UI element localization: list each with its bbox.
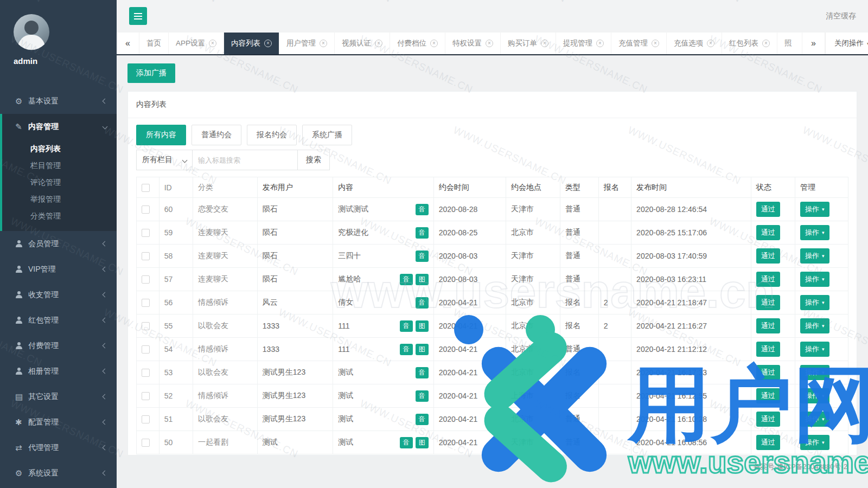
audio-badge[interactable]: 音 <box>416 390 429 402</box>
row-action-dropdown[interactable]: 操作▾ <box>800 365 829 380</box>
tab-close-icon[interactable]: × <box>264 40 272 47</box>
category-select[interactable]: 所有栏目 <box>136 150 193 170</box>
tab-11[interactable]: 红包列表× <box>722 33 777 54</box>
tab-5[interactable]: 付费档位× <box>390 33 445 54</box>
row-checkbox[interactable] <box>142 206 150 214</box>
tab-close-icon[interactable]: × <box>541 40 548 47</box>
row-checkbox[interactable] <box>142 275 150 284</box>
row-checkbox[interactable] <box>142 392 150 400</box>
menu-toggle-button[interactable] <box>129 7 147 25</box>
filter-button-3[interactable]: 系统广播 <box>302 125 352 145</box>
avatar[interactable] <box>14 14 49 50</box>
search-input[interactable] <box>193 150 298 170</box>
tab-6[interactable]: 特权设置× <box>445 33 501 54</box>
status-pass-button[interactable]: 通过 <box>756 295 780 310</box>
row-checkbox[interactable] <box>142 229 150 237</box>
image-badge[interactable]: 图 <box>416 344 429 355</box>
sidebar-subitem-2[interactable]: 评论管理 <box>2 174 117 191</box>
row-action-dropdown[interactable]: 操作▾ <box>800 295 829 310</box>
sidebar-subitem-4[interactable]: 分类管理 <box>2 208 117 224</box>
status-pass-button[interactable]: 通过 <box>756 248 780 264</box>
tab-2[interactable]: 内容列表× <box>224 33 279 54</box>
audio-badge[interactable]: 音 <box>416 227 429 239</box>
audio-badge[interactable]: 音 <box>416 414 429 425</box>
sidebar-subitem-0[interactable]: 内容列表 <box>2 140 117 157</box>
tab-9[interactable]: 充值管理× <box>611 33 667 54</box>
add-broadcast-button[interactable]: 添加广播 <box>127 63 175 83</box>
tab-close-icon[interactable]: × <box>209 40 216 47</box>
tab-close-icon[interactable]: × <box>486 40 493 47</box>
row-action-dropdown[interactable]: 操作▾ <box>800 412 829 427</box>
tab-close-icon[interactable]: × <box>652 40 659 47</box>
sidebar-item-1[interactable]: ✎内容管理 <box>2 114 117 139</box>
sidebar-item-3[interactable]: VIP管理 <box>0 256 117 282</box>
audio-badge[interactable]: 音 <box>416 204 429 215</box>
status-pass-button[interactable]: 通过 <box>756 365 780 380</box>
image-badge[interactable]: 图 <box>416 437 429 448</box>
filter-button-2[interactable]: 报名约会 <box>247 125 297 145</box>
row-action-dropdown[interactable]: 操作▾ <box>800 318 829 333</box>
sidebar-subitem-3[interactable]: 举报管理 <box>2 191 117 208</box>
row-action-dropdown[interactable]: 操作▾ <box>800 225 829 240</box>
tabs-scroll-left-button[interactable]: « <box>117 33 139 54</box>
sidebar-item-0[interactable]: ⚙基本设置 <box>0 88 117 114</box>
tab-8[interactable]: 提现管理× <box>556 33 611 54</box>
row-checkbox[interactable] <box>142 252 150 260</box>
close-operations-dropdown[interactable]: 关闭操作▾ <box>825 33 868 54</box>
row-action-dropdown[interactable]: 操作▾ <box>800 248 829 264</box>
tab-close-icon[interactable]: × <box>596 40 604 47</box>
row-checkbox[interactable] <box>142 322 150 330</box>
status-pass-button[interactable]: 通过 <box>756 318 780 333</box>
tab-close-icon[interactable]: × <box>430 40 438 47</box>
audio-badge[interactable]: 音 <box>416 297 429 309</box>
row-checkbox[interactable] <box>142 299 150 307</box>
search-button[interactable]: 搜索 <box>298 150 330 170</box>
row-checkbox[interactable] <box>142 345 150 354</box>
tab-4[interactable]: 视频认证× <box>335 33 390 54</box>
tab-12[interactable]: 照 <box>777 33 802 54</box>
audio-badge[interactable]: 音 <box>400 344 413 355</box>
clear-cache-link[interactable]: 清空缓存 <box>826 11 856 21</box>
audio-badge[interactable]: 音 <box>400 274 413 285</box>
sidebar-item-10[interactable]: ⇄代理管理 <box>0 435 117 460</box>
image-badge[interactable]: 图 <box>416 320 429 332</box>
sidebar-item-2[interactable]: 会员管理 <box>0 231 117 256</box>
status-pass-button[interactable]: 通过 <box>756 435 780 450</box>
tab-0[interactable]: 首页 <box>139 33 169 54</box>
tab-close-icon[interactable]: × <box>762 40 770 47</box>
tab-3[interactable]: 用户管理× <box>279 33 335 54</box>
sidebar-item-11[interactable]: ⚙系统设置 <box>0 460 117 486</box>
status-pass-button[interactable]: 通过 <box>756 272 780 287</box>
tab-close-icon[interactable]: × <box>375 40 382 47</box>
sidebar-item-4[interactable]: 收支管理 <box>0 282 117 307</box>
row-action-dropdown[interactable]: 操作▾ <box>800 342 829 357</box>
status-pass-button[interactable]: 通过 <box>756 342 780 357</box>
tab-close-icon[interactable]: × <box>707 40 714 47</box>
row-action-dropdown[interactable]: 操作▾ <box>800 388 829 403</box>
row-action-dropdown[interactable]: 操作▾ <box>800 272 829 287</box>
tab-10[interactable]: 充值选项× <box>667 33 722 54</box>
sidebar-item-9[interactable]: ✱配置管理 <box>0 409 117 435</box>
row-checkbox[interactable] <box>142 439 150 447</box>
audio-badge[interactable]: 音 <box>416 251 429 262</box>
filter-button-1[interactable]: 普通约会 <box>192 125 241 145</box>
audio-badge[interactable]: 音 <box>416 367 429 378</box>
status-pass-button[interactable]: 通过 <box>756 388 780 403</box>
sidebar-item-5[interactable]: 红包管理 <box>0 307 117 333</box>
audio-badge[interactable]: 音 <box>400 320 413 332</box>
sidebar-item-7[interactable]: 相册管理 <box>0 358 117 384</box>
filter-button-0[interactable]: 所有内容 <box>136 125 186 145</box>
row-checkbox[interactable] <box>142 369 150 377</box>
tabs-scroll-right-button[interactable]: » <box>802 33 825 54</box>
row-action-dropdown[interactable]: 操作▾ <box>800 435 829 450</box>
row-action-dropdown[interactable]: 操作▾ <box>800 202 829 217</box>
status-pass-button[interactable]: 通过 <box>756 225 780 240</box>
sidebar-item-8[interactable]: ▤其它设置 <box>0 384 117 409</box>
tab-close-icon[interactable]: × <box>320 40 327 47</box>
sidebar-item-6[interactable]: 付费管理 <box>0 333 117 358</box>
select-all-checkbox[interactable] <box>142 184 150 192</box>
sidebar-subitem-1[interactable]: 栏目管理 <box>2 157 117 174</box>
status-pass-button[interactable]: 通过 <box>756 202 780 217</box>
audio-badge[interactable]: 音 <box>400 437 413 448</box>
row-checkbox[interactable] <box>142 415 150 423</box>
